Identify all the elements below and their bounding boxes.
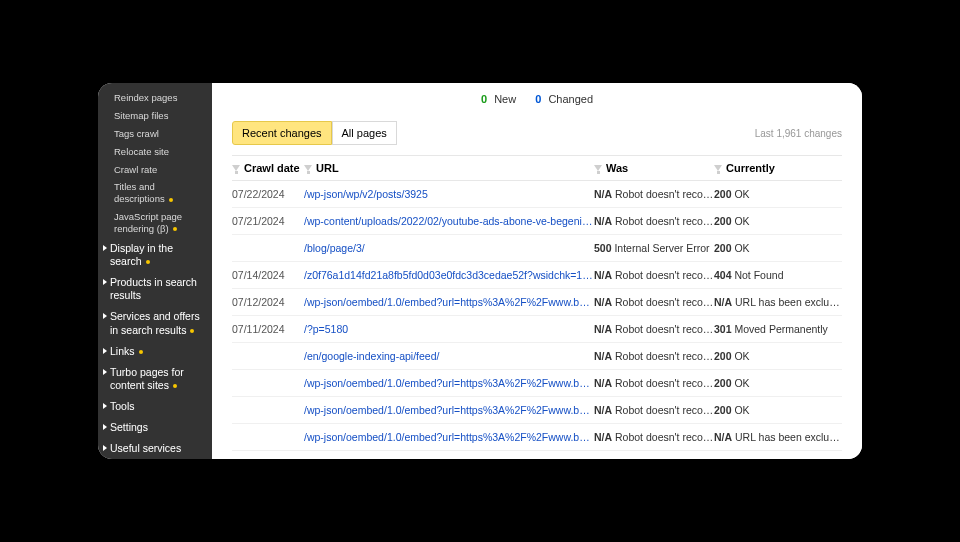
cell-was: N/A Robot doesn't recognize... xyxy=(594,458,714,459)
cell-url-link[interactable]: /wp-json/oembed/1.0/embed?url=https%3A%2… xyxy=(304,431,594,443)
tabs-row: Recent changes All pages Last 1,961 chan… xyxy=(212,113,862,155)
main-panel: 0 New 0 Changed Recent changes All pages… xyxy=(212,83,862,459)
table-row: /wp-json/oembed/1.0/embed?url=https%3A%2… xyxy=(232,397,842,424)
cell-was: N/A Robot doesn't recognize... xyxy=(594,377,714,389)
cell-url-link[interactable]: /blog/page/3/ xyxy=(304,242,594,254)
col-header-crawl-date[interactable]: Crawl date xyxy=(232,162,304,174)
col-header-was-label: Was xyxy=(606,162,628,174)
table-row: /wp-json/wp/v2/posts/5180N/A Robot doesn… xyxy=(232,451,842,459)
sidebar-sub-item[interactable]: Tags crawl xyxy=(98,125,212,143)
cell-crawl-date xyxy=(232,242,304,254)
cell-was: N/A Robot doesn't recognize... xyxy=(594,296,714,308)
cell-url-link[interactable]: /wp-json/wp/v2/posts/3925 xyxy=(304,188,594,200)
filter-icon xyxy=(304,165,312,171)
cell-currently: 200 OK xyxy=(714,404,842,416)
legend-new-label: New xyxy=(494,93,516,105)
table-row: /wp-json/oembed/1.0/embed?url=https%3A%2… xyxy=(232,424,842,451)
changes-count-meta: Last 1,961 changes xyxy=(755,128,842,139)
cell-currently: 404 Not Found xyxy=(714,269,842,281)
sidebar-main-item[interactable]: Services and offers in search results xyxy=(98,306,212,340)
crawl-table: Crawl date URL Was Currently 07/22/2024/… xyxy=(212,155,862,459)
cell-was: N/A Robot doesn't recognize... xyxy=(594,404,714,416)
cell-currently: 200 OK xyxy=(714,188,842,200)
sidebar-sub-item[interactable]: Titles and descriptions xyxy=(98,178,212,208)
table-header: Crawl date URL Was Currently xyxy=(232,155,842,181)
cell-url-link[interactable]: /wp-json/wp/v2/posts/5180 xyxy=(304,458,594,459)
sidebar-main-item[interactable]: Settings xyxy=(98,417,212,438)
table-row: 07/12/2024/wp-json/oembed/1.0/embed?url=… xyxy=(232,289,842,316)
cell-currently: 200 OK xyxy=(714,377,842,389)
sidebar-sub-item[interactable]: Sitemap files xyxy=(98,107,212,125)
col-header-was[interactable]: Was xyxy=(594,162,714,174)
cell-url-link[interactable]: /en/google-indexing-api/feed/ xyxy=(304,350,594,362)
cell-crawl-date: 07/12/2024 xyxy=(232,296,304,308)
col-header-currently[interactable]: Currently xyxy=(714,162,842,174)
sidebar-main-item[interactable]: Tools xyxy=(98,396,212,417)
sidebar-main-item[interactable]: Display in the search xyxy=(98,238,212,272)
legend-row: 0 New 0 Changed xyxy=(212,83,862,113)
table-row: /wp-json/oembed/1.0/embed?url=https%3A%2… xyxy=(232,370,842,397)
cell-currently: N/A URL has been excluded... xyxy=(714,431,842,443)
filter-icon xyxy=(594,165,602,171)
col-header-cur-label: Currently xyxy=(726,162,775,174)
cell-currently: 301 Moved Permanently xyxy=(714,323,842,335)
col-header-url-label: URL xyxy=(316,162,339,174)
tab-recent-changes[interactable]: Recent changes xyxy=(232,121,332,145)
cell-crawl-date xyxy=(232,350,304,362)
filter-icon xyxy=(714,165,722,171)
cell-was: N/A Robot doesn't recognize... xyxy=(594,215,714,227)
sidebar: Reindex pagesSitemap filesTags crawlRelo… xyxy=(98,83,212,459)
sidebar-sub-item[interactable]: Reindex pages xyxy=(98,89,212,107)
legend-new-count: 0 xyxy=(481,93,487,105)
cell-currently: 200 OK xyxy=(714,215,842,227)
table-row: /blog/page/3/500 Internal Server Error20… xyxy=(232,235,842,262)
cell-crawl-date xyxy=(232,431,304,443)
table-row: 07/11/2024/?p=5180N/A Robot doesn't reco… xyxy=(232,316,842,343)
cell-currently: 200 OK xyxy=(714,242,842,254)
cell-was: N/A Robot doesn't recognize... xyxy=(594,188,714,200)
sidebar-main-item[interactable]: Products in search results xyxy=(98,272,212,306)
cell-url-link[interactable]: /wp-json/oembed/1.0/embed?url=https%3A%2… xyxy=(304,404,594,416)
cell-crawl-date: 07/21/2024 xyxy=(232,215,304,227)
cell-currently: 200 OK xyxy=(714,350,842,362)
cell-was: N/A Robot doesn't recognize... xyxy=(594,269,714,281)
tab-all-pages[interactable]: All pages xyxy=(332,121,397,145)
table-row: /en/google-indexing-api/feed/N/A Robot d… xyxy=(232,343,842,370)
filter-icon xyxy=(232,165,240,171)
cell-url-link[interactable]: /wp-content/uploads/2022/02/youtube-ads-… xyxy=(304,215,594,227)
table-row: 07/22/2024/wp-json/wp/v2/posts/3925N/A R… xyxy=(232,181,842,208)
cell-was: N/A Robot doesn't recognize... xyxy=(594,431,714,443)
col-header-date-label: Crawl date xyxy=(244,162,300,174)
table-row: 07/14/2024/z0f76a1d14fd21a8fb5fd0d03e0fd… xyxy=(232,262,842,289)
cell-was: N/A Robot doesn't recognize... xyxy=(594,350,714,362)
cell-was: 500 Internal Server Error xyxy=(594,242,714,254)
cell-url-link[interactable]: /?p=5180 xyxy=(304,323,594,335)
cell-crawl-date: 07/22/2024 xyxy=(232,188,304,200)
cell-crawl-date xyxy=(232,377,304,389)
cell-currently: 200 OK xyxy=(714,458,842,459)
cell-crawl-date xyxy=(232,404,304,416)
sidebar-main-item[interactable]: Useful services xyxy=(98,438,212,459)
sidebar-main-list: Display in the searchProducts in search … xyxy=(98,238,212,459)
sidebar-main-item[interactable]: Turbo pages for content sites xyxy=(98,362,212,396)
cell-was: N/A Robot doesn't recognize... xyxy=(594,323,714,335)
sidebar-sub-list: Reindex pagesSitemap filesTags crawlRelo… xyxy=(98,89,212,238)
col-header-url[interactable]: URL xyxy=(304,162,594,174)
sidebar-sub-item[interactable]: Relocate site xyxy=(98,143,212,161)
cell-currently: N/A URL has been excluded... xyxy=(714,296,842,308)
cell-crawl-date: 07/11/2024 xyxy=(232,323,304,335)
cell-crawl-date xyxy=(232,458,304,459)
sidebar-sub-item[interactable]: JavaScript page rendering (β) xyxy=(98,208,212,238)
legend-changed-count: 0 xyxy=(535,93,541,105)
cell-url-link[interactable]: /wp-json/oembed/1.0/embed?url=https%3A%2… xyxy=(304,377,594,389)
legend-changed-label: Changed xyxy=(548,93,593,105)
table-body: 07/22/2024/wp-json/wp/v2/posts/3925N/A R… xyxy=(232,181,842,459)
sidebar-main-item[interactable]: Links xyxy=(98,341,212,362)
cell-url-link[interactable]: /wp-json/oembed/1.0/embed?url=https%3A%2… xyxy=(304,296,594,308)
app-window: Reindex pagesSitemap filesTags crawlRelo… xyxy=(98,83,862,459)
sidebar-sub-item[interactable]: Crawl rate xyxy=(98,161,212,179)
cell-url-link[interactable]: /z0f76a1d14fd21a8fb5fd0d03e0fdc3d3cedae5… xyxy=(304,269,594,281)
cell-crawl-date: 07/14/2024 xyxy=(232,269,304,281)
table-row: 07/21/2024/wp-content/uploads/2022/02/yo… xyxy=(232,208,842,235)
